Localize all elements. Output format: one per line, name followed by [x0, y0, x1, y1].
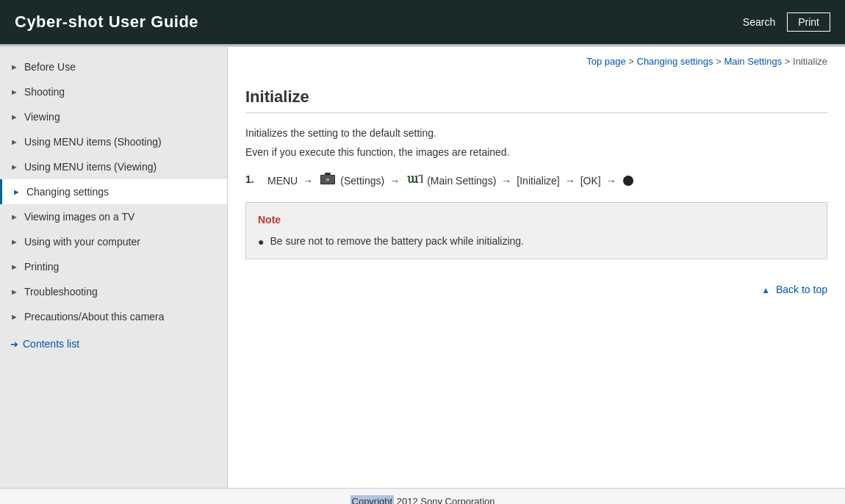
breadcrumb: Top page > Changing settings > Main Sett…: [245, 47, 827, 74]
page-title: Initialize: [245, 87, 827, 113]
footer-copyright: Copyright 2012 Sony Corporation: [350, 495, 495, 504]
note-box: Note ● Be sure not to remove the battery…: [245, 202, 827, 259]
arrow-icon: →: [389, 173, 400, 189]
note-title: Note: [258, 212, 815, 228]
breadcrumb-changing-settings[interactable]: Changing settings: [637, 56, 713, 67]
sidebar-item-menu-viewing[interactable]: ► Using MENU items (Viewing): [0, 154, 227, 179]
chevron-right-icon: ►: [10, 212, 18, 221]
chevron-right-icon: ►: [10, 62, 18, 71]
sidebar-item-label: Precautions/About this camera: [24, 311, 165, 323]
arrow-icon: →: [303, 173, 313, 189]
contents-list-link[interactable]: ➔ Contents list: [0, 332, 227, 356]
sidebar-item-label: Using MENU items (Shooting): [24, 136, 162, 148]
sidebar-item-shooting[interactable]: ► Shooting: [0, 79, 227, 104]
breadcrumb-sep1: >: [628, 56, 636, 67]
chevron-right-icon: ►: [12, 187, 21, 196]
footer: Copyright 2012 Sony Corporation: [0, 488, 845, 504]
contents-list-label: Contents list: [23, 338, 79, 350]
chevron-right-icon: ►: [10, 137, 18, 146]
arrow-icon: →: [501, 173, 511, 189]
breadcrumb-top-page[interactable]: Top page: [586, 56, 626, 67]
sidebar-item-label: Before Use: [24, 61, 76, 73]
header-controls: Search Print: [743, 12, 830, 32]
step-settings-label: (Settings): [340, 173, 384, 189]
arrow-icon: →: [565, 173, 575, 189]
sidebar-item-viewing-tv[interactable]: ► Viewing images on a TV: [0, 204, 227, 229]
chevron-right-icon: ►: [10, 312, 18, 321]
chevron-right-icon: ►: [10, 287, 18, 296]
sidebar-item-label: Troubleshooting: [24, 286, 98, 298]
settings-icon: [320, 172, 336, 190]
back-to-top-link[interactable]: ▲ Back to top: [761, 284, 827, 295]
chevron-right-icon: ►: [10, 87, 18, 96]
sidebar-item-changing-settings[interactable]: ► Changing settings: [0, 179, 227, 204]
chevron-right-icon: ►: [10, 262, 18, 271]
step-ok-label: [OK]: [580, 173, 601, 189]
sidebar-item-troubleshooting[interactable]: ► Troubleshooting: [0, 279, 227, 304]
footer-copyright-rest: 2012 Sony Corporation: [397, 496, 495, 504]
chevron-right-icon: ►: [10, 162, 18, 171]
sidebar-item-label: Changing settings: [26, 186, 109, 198]
content-body: Initializes the setting to the default s…: [245, 125, 827, 298]
svg-rect-3: [326, 179, 329, 181]
sidebar-item-label: Using with your computer: [24, 236, 140, 248]
chevron-right-icon: ►: [10, 112, 18, 121]
note-text: Be sure not to remove the battery pack w…: [270, 233, 524, 249]
sidebar-item-label: Viewing: [24, 111, 60, 123]
breadcrumb-sep2: >: [716, 56, 724, 67]
breadcrumb-main-settings[interactable]: Main Settings: [724, 56, 782, 67]
sidebar: ► Before Use ► Shooting ► Viewing ► Usin…: [0, 47, 228, 488]
breadcrumb-sep3: >: [785, 56, 793, 67]
sidebar-item-label: Viewing images on a TV: [24, 211, 134, 223]
step-main-settings-label: (Main Settings): [427, 173, 496, 189]
svg-text:ɯT: ɯT: [407, 173, 422, 185]
chevron-right-icon: ►: [10, 237, 18, 246]
copyright-highlight: Copyright: [350, 495, 395, 504]
sidebar-item-label: Using MENU items (Viewing): [24, 161, 157, 173]
back-to-top-label: Back to top: [776, 284, 827, 295]
page-layout: ► Before Use ► Shooting ► Viewing ► Usin…: [0, 47, 845, 488]
description-line1: Initializes the setting to the default s…: [245, 125, 827, 141]
step-initialize-label: [Initialize]: [517, 173, 559, 189]
sidebar-item-viewing[interactable]: ► Viewing: [0, 104, 227, 129]
svg-rect-1: [325, 173, 331, 176]
sidebar-item-precautions[interactable]: ► Precautions/About this camera: [0, 304, 227, 329]
arrow-right-icon: ➔: [10, 339, 18, 350]
arrow-icon: →: [606, 173, 616, 189]
step-1: 1. MENU → (Settings) →: [245, 171, 827, 190]
step-content: MENU → (Settings) →: [267, 171, 633, 190]
search-button[interactable]: Search: [743, 16, 775, 28]
main-content: Top page > Changing settings > Main Sett…: [228, 47, 845, 488]
bullet-icon: ●: [258, 234, 264, 250]
sidebar-item-printing[interactable]: ► Printing: [0, 254, 227, 279]
step-menu-text: MENU: [267, 173, 298, 189]
triangle-up-icon: ▲: [761, 285, 770, 295]
sidebar-item-using-computer[interactable]: ► Using with your computer: [0, 229, 227, 254]
app-title: Cyber-shot User Guide: [15, 12, 198, 32]
description-line2: Even if you execute this function, the i…: [245, 144, 827, 160]
print-button[interactable]: Print: [787, 12, 830, 32]
sidebar-item-label: Shooting: [24, 86, 65, 98]
header: Cyber-shot User Guide Search Print: [0, 0, 845, 44]
step-number: 1.: [245, 171, 262, 187]
back-to-top-row: ▲ Back to top: [245, 281, 827, 298]
sidebar-item-before-use[interactable]: ► Before Use: [0, 54, 227, 79]
sidebar-item-menu-shooting[interactable]: ► Using MENU items (Shooting): [0, 129, 227, 154]
breadcrumb-current: Initialize: [793, 56, 827, 67]
note-item: ● Be sure not to remove the battery pack…: [258, 233, 815, 250]
ok-circle-icon: [623, 176, 633, 186]
main-settings-icon: ɯT: [406, 171, 422, 190]
sidebar-item-label: Printing: [24, 261, 59, 273]
